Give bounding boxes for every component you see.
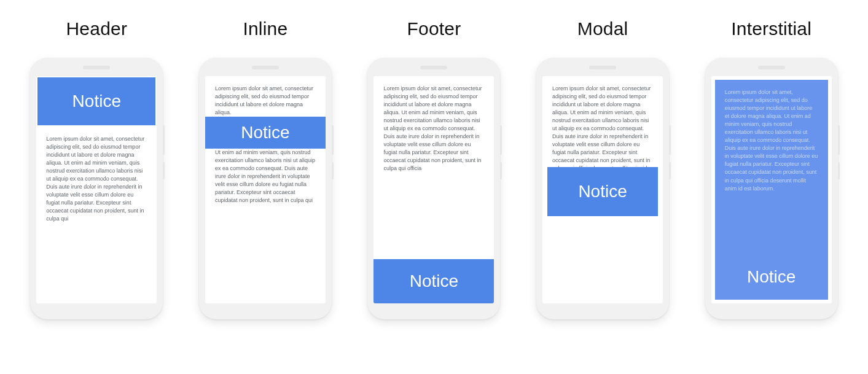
notice-overlay-interstitial: Lorem ipsum dolor sit amet, consectetur … <box>715 80 828 300</box>
body-text: Lorem ipsum dolor sit amet, consectetur … <box>373 76 494 182</box>
phone-frame: Lorem ipsum dolor sit amet, consectetur … <box>367 58 500 319</box>
phone-frame: Lorem ipsum dolor sit amet, consectetur … <box>199 58 332 319</box>
notice-banner-modal: Notice <box>547 167 658 216</box>
phone-frame: Lorem ipsum dolor sit amet, consectetur … <box>705 58 838 319</box>
lorem-paragraph: Lorem ipsum dolor sit amet, consectetur … <box>725 88 818 193</box>
phone-speaker <box>589 66 616 69</box>
phone-speaker <box>83 66 110 69</box>
phone-speaker <box>252 66 279 69</box>
diagram-row: Header Notice Lorem ipsum dolor sit amet… <box>0 0 868 319</box>
body-text: Lorem ipsum dolor sit amet, consectetur … <box>36 127 157 232</box>
variant-footer: Footer Lorem ipsum dolor sit amet, conse… <box>356 18 512 319</box>
variant-title: Modal <box>577 18 628 39</box>
phone-frame: Lorem ipsum dolor sit amet, consectetur … <box>536 58 669 319</box>
variant-inline: Inline Lorem ipsum dolor sit amet, conse… <box>187 18 344 319</box>
notice-banner-interstitial: Notice <box>713 263 831 291</box>
phone-speaker <box>420 66 447 69</box>
body-text: Lorem ipsum dolor sit amet, consectetur … <box>715 80 828 201</box>
lorem-paragraph: Ut enim ad minim veniam, quis nostrud ex… <box>215 149 316 205</box>
variant-title: Inline <box>243 18 287 39</box>
body-text: Lorem ipsum dolor sit amet, consectetur … <box>205 76 326 214</box>
variant-title: Footer <box>407 18 461 39</box>
phone-screen: Lorem ipsum dolor sit amet, consectetur … <box>373 76 494 303</box>
notice-banner-footer: Notice <box>373 259 494 303</box>
variant-header: Header Notice Lorem ipsum dolor sit amet… <box>18 18 175 319</box>
phone-screen: Notice Lorem ipsum dolor sit amet, conse… <box>36 76 157 303</box>
phone-frame: Notice Lorem ipsum dolor sit amet, conse… <box>30 58 163 319</box>
phone-speaker <box>758 66 785 69</box>
lorem-paragraph: Lorem ipsum dolor sit amet, consectetur … <box>383 85 484 173</box>
lorem-paragraph: Lorem ipsum dolor sit amet, consectetur … <box>46 135 147 224</box>
variant-interstitial: Interstitial Lorem ipsum dolor sit amet,… <box>693 18 850 319</box>
notice-banner-header: Notice <box>37 77 155 125</box>
variant-title: Header <box>66 18 128 39</box>
phone-screen: Lorem ipsum dolor sit amet, consectetur … <box>542 76 663 303</box>
phone-screen: Lorem ipsum dolor sit amet, consectetur … <box>205 76 326 303</box>
variant-modal: Modal Lorem ipsum dolor sit amet, consec… <box>525 18 681 319</box>
variant-title: Interstitial <box>731 18 811 39</box>
notice-banner-inline: Notice <box>205 117 326 149</box>
lorem-paragraph: Lorem ipsum dolor sit amet, consectetur … <box>215 85 316 117</box>
phone-screen: Lorem ipsum dolor sit amet, consectetur … <box>711 76 832 303</box>
